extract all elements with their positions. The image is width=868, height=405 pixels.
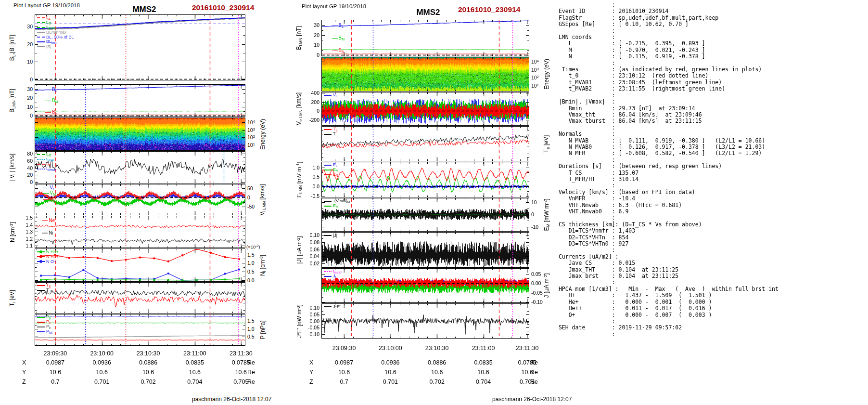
density-panel-canvas bbox=[35, 216, 245, 248]
legend-swatch bbox=[37, 327, 45, 327]
minor-ion-density-panel: 1.51.00.50.0Ni [cm-3](×10-2)N He+N He++N… bbox=[35, 248, 245, 282]
y-tick-label: 0.00 bbox=[531, 280, 541, 286]
info-line: Bmin : 29.73 [nT] at 23:09:14 bbox=[555, 105, 779, 112]
legend-marker-dot bbox=[39, 260, 42, 263]
legend-label: tMVAB bbox=[46, 25, 56, 31]
info-line: SEH date : 2019-11-29 09:57:02 bbox=[555, 325, 779, 331]
info-line: : bbox=[555, 157, 779, 163]
electron-temperature-panel-canvas bbox=[321, 126, 529, 161]
info-line: VHT.Nmvab : 6.3 (HTcc = 0.681) bbox=[555, 202, 779, 209]
y-tick-label: 0.06 bbox=[310, 247, 319, 252]
minor-ion-density-panel-canvas bbox=[35, 248, 245, 282]
y-tick-label: 101 bbox=[247, 142, 255, 148]
y-axis-label: Ve LMN [km/s] bbox=[295, 92, 303, 125]
y-tick-label: 0 bbox=[30, 179, 33, 185]
pos-value: 0.702 bbox=[430, 379, 445, 385]
electron-velocity-panel-legend: VL bbox=[324, 93, 338, 98]
legend-swatch bbox=[324, 95, 332, 96]
figure-footer-middle: paschmann 26-Oct-2018 12:07 bbox=[492, 396, 572, 403]
pos-value: 10.6 bbox=[50, 369, 61, 376]
legend-item: BL, 50% of BL bbox=[37, 35, 74, 39]
pos-value: 0.7 bbox=[340, 379, 348, 385]
y-tick-label: 0 bbox=[317, 108, 319, 114]
pos-row-label: Y bbox=[309, 369, 313, 376]
legend-label: |B| bbox=[46, 44, 51, 49]
y-tick-label: 20 bbox=[27, 41, 33, 47]
y-tick-label: 0.5 bbox=[312, 174, 319, 180]
ion-speed-panel-canvas bbox=[35, 151, 245, 183]
series-label: BN bbox=[332, 48, 345, 53]
legend-item: tMVAB bbox=[37, 25, 74, 30]
legend-swatch bbox=[37, 261, 45, 262]
series-label-text: BL bbox=[52, 87, 57, 92]
y-tick-label: 1.1 bbox=[26, 243, 33, 248]
current-magnitude-panel-canvas bbox=[321, 232, 529, 268]
legend-item: J*E' bbox=[324, 304, 341, 309]
y-tick-label: -0.05 bbox=[308, 325, 319, 330]
info-line: He++ : 0.011 - 0.017 ( 0.016 ) bbox=[555, 305, 779, 312]
y-axis-label: J*E' [nW m-3] bbox=[296, 304, 303, 338]
info-line: CS thickness [km]: (D=T_CS * Vs from abo… bbox=[555, 222, 779, 228]
series-label: BM bbox=[45, 98, 58, 104]
series-label: BM bbox=[332, 35, 345, 41]
y-axis-label: J [μA m-2] bbox=[543, 273, 550, 298]
vexb-panel: 100-10EM [mW m-2]-(VexB)MEM bbox=[321, 198, 529, 232]
legend-swatch bbox=[37, 331, 45, 332]
event-info-panel: : Event ID : 20161010_230914 FlagStr : s… bbox=[555, 2, 779, 338]
info-line: Event ID : 20161010_230914 bbox=[555, 8, 779, 14]
efield-lmn-panel-legend: ELEMEN bbox=[324, 163, 338, 177]
spacecraft-title: MMS2 bbox=[399, 8, 457, 17]
axis-scale-note: (×10-2) bbox=[246, 244, 260, 249]
series-label-text: BM bbox=[52, 98, 58, 103]
info-line: t_MVAB2 : 23:11:55 (rightmost green line… bbox=[555, 86, 779, 92]
info-line: : bbox=[555, 183, 779, 189]
y-tick-label: 30 bbox=[27, 86, 33, 92]
pos-value: 10.6 bbox=[189, 369, 201, 376]
info-line: Currents [uA/m2] : bbox=[555, 254, 779, 260]
legend-swatch bbox=[37, 285, 45, 286]
legend-swatch bbox=[37, 32, 45, 33]
series-label-swatch bbox=[332, 51, 338, 51]
info-line: : bbox=[555, 125, 779, 131]
y-tick-label: 0.08 bbox=[310, 239, 319, 245]
legend-label: tcs bbox=[46, 15, 51, 21]
y-tick-label: 0.10 bbox=[310, 232, 319, 238]
legend-item: N He+ bbox=[37, 249, 61, 254]
legend-label: EM bbox=[333, 203, 338, 209]
y-tick-label: -200 bbox=[309, 117, 319, 123]
series-label: BL bbox=[332, 23, 344, 28]
legend-label: BL, 50% of BL bbox=[46, 35, 74, 39]
pos-value: 0.701 bbox=[383, 379, 398, 385]
legend-label: JL bbox=[333, 274, 337, 280]
y-axis-label: Ni [cm-3] bbox=[259, 254, 267, 275]
y-tick-label: 104 bbox=[247, 119, 255, 125]
legend-swatch bbox=[324, 206, 332, 207]
series-label: VL bbox=[43, 185, 55, 191]
legend-label: Pe bbox=[46, 319, 51, 326]
current-lmn-panel: 0.050.00-0.05-0.10J [μA m-2]tmaxJJL bbox=[321, 268, 529, 303]
y-tick-label: 20 bbox=[314, 32, 319, 38]
legend-item: EM bbox=[324, 168, 338, 172]
pos-value: 0.701 bbox=[94, 379, 109, 385]
time-tick-label: 23:11:30 bbox=[516, 345, 539, 352]
pos-value: 0.0785 bbox=[518, 359, 536, 366]
info-line: FlagStr : sp,udef,udef,bf,mult,part,keep bbox=[555, 15, 779, 21]
blmn-panel-canvas bbox=[35, 84, 245, 117]
legend-item: Pe bbox=[37, 320, 52, 325]
y-tick-label: 0 bbox=[30, 113, 33, 118]
y-tick-label: 0 bbox=[247, 195, 250, 200]
pos-value: 0.0987 bbox=[335, 359, 353, 366]
y-tick-label: 20 bbox=[27, 172, 33, 178]
spacecraft-title: MMS2 bbox=[115, 5, 173, 14]
ion-temperature-panel: Ti [eV]T||T⊥ bbox=[35, 282, 245, 314]
y-tick-label: 80 bbox=[27, 151, 33, 157]
pos-value: 0.0936 bbox=[93, 359, 111, 366]
y-tick-label: 103 bbox=[531, 66, 539, 72]
legend-swatch bbox=[37, 169, 45, 170]
info-line: : bbox=[555, 331, 779, 338]
info-line: |Bmin|, |Vmax| : bbox=[555, 99, 779, 105]
info-line: : bbox=[555, 318, 779, 325]
efield-lmn-panel-canvas bbox=[321, 162, 529, 197]
series-label-swatch bbox=[332, 26, 338, 26]
legend-label: J*E' bbox=[333, 304, 341, 309]
